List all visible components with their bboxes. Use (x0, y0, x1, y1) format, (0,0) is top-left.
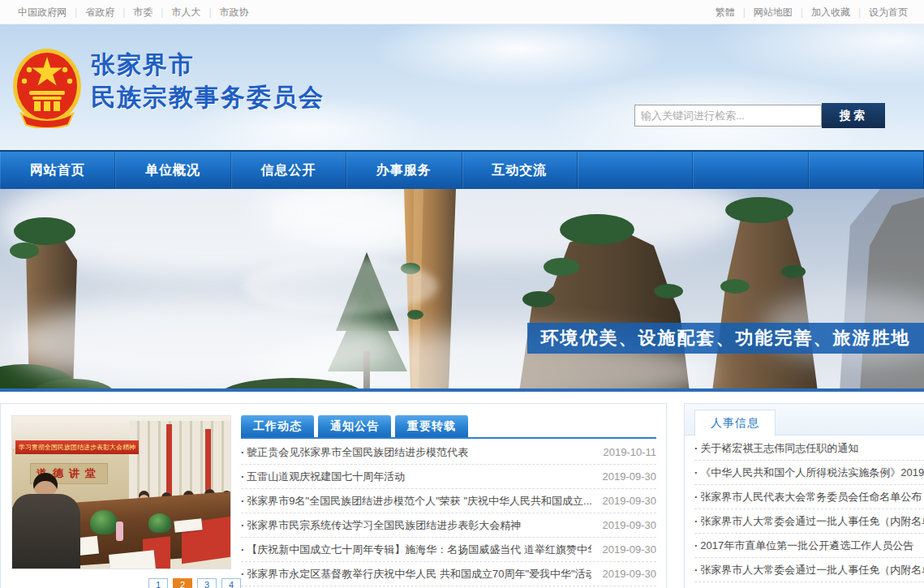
pagination-page-3[interactable]: 3 (197, 578, 217, 588)
personnel-link[interactable]: 张家界市人大常委会通过一批人事任免（内附名单） (694, 509, 924, 534)
site-title[interactable]: 张家界市 民族宗教事务委员会 (91, 49, 324, 114)
page: 中国政府网|省政府|市委|市人大|市政协 繁體|网站地图|加入收藏|设为首页 (0, 0, 924, 588)
photo-pagination: 1 2 3 4 (148, 578, 246, 588)
tab-personnel-info[interactable]: 人事信息 (694, 410, 776, 436)
search-button[interactable]: 搜索 (822, 103, 885, 128)
personnel-header: 人事信息 (685, 404, 924, 436)
nav-item-interaction[interactable]: 互动交流 (462, 152, 578, 189)
nav-cell-empty (693, 152, 808, 189)
news-date: 2019-09-30 (591, 465, 656, 488)
news-row: 张家界市民宗系统传达学习全国民族团结进步表彰大会精神 2019-09-30 (241, 513, 656, 538)
news-date: 2019-10-11 (591, 440, 656, 464)
hero-banner-image: 环境优美、设施配套、功能完善、旅游胜地 (0, 189, 924, 392)
tab-reposts[interactable]: 重要转载 (395, 415, 468, 437)
news-row: 张家界市永定区基督教举行庆祝中华人民 共和国成立70周年"爱我中华"活动 201… (241, 562, 656, 586)
national-emblem-icon[interactable] (10, 45, 85, 128)
personnel-link[interactable]: 张家界市人民代表大会常务委员会任命名单公布 (694, 485, 924, 509)
pagination-page-2[interactable]: 2 (173, 578, 192, 588)
personnel-link[interactable]: 《中华人民共和国个人所得税法实施条例》2019年... (694, 461, 924, 485)
news-date: 2019-09-30 (591, 562, 656, 586)
utility-links: 繁體|网站地图|加入收藏|设为首页 (707, 0, 916, 24)
nav-item-about[interactable]: 单位概况 (115, 152, 230, 189)
news-row: 五雷山道观庆祝建国七十周年活动 2019-09-30 (241, 465, 656, 489)
photo-plant (90, 510, 118, 534)
gov-links: 中国政府网|省政府|市委|市人大|市政协 (10, 0, 257, 24)
photo-foreground-person (11, 473, 80, 569)
news-row: 张家界市9名"全国民族团结进步模范个人"荣获 "庆祝中华人民共和国成立... 2… (241, 489, 656, 513)
news-date: 2019-09-30 (591, 538, 656, 561)
personnel-link[interactable]: 2017年市直单位第一批公开遴选工作人员公告 (694, 534, 924, 558)
main-nav: 网站首页 单位概况 信息公开 办事服务 互动交流 (0, 150, 924, 189)
news-link[interactable]: 虢正贵会见张家界市全国民族团结进步模范代表 (241, 440, 591, 464)
personnel-list: 关于褚宏祺王志伟同志任职的通知 《中华人民共和国个人所得税法实施条例》2019年… (685, 436, 924, 582)
search-input[interactable] (634, 105, 822, 127)
news-link[interactable]: 【庆祝新中国成立七十周年专辑】施海华：名扬国威盛当代 道举红旗赞中华 (241, 538, 591, 561)
personnel-link[interactable]: 关于褚宏祺王志伟同志任职的通知 (694, 436, 924, 461)
news-link[interactable]: 张家界市永定区基督教举行庆祝中华人民 共和国成立70周年"爱我中华"活动 (241, 562, 591, 586)
site-title-line2: 民族宗教事务委员会 (91, 81, 324, 114)
news-photo-carousel[interactable]: 学习贯彻全国民族团结进步表彰大会精神 道德讲堂 (11, 415, 231, 569)
link-sitemap[interactable]: 网站地图 (746, 6, 801, 18)
nav-item-home[interactable]: 网站首页 (0, 152, 115, 189)
news-link[interactable]: 五雷山道观庆祝建国七十周年活动 (241, 465, 591, 488)
news-link[interactable]: 张家界市9名"全国民族团结进步模范个人"荣获 "庆祝中华人民共和国成立... (241, 489, 591, 513)
photo-plant (148, 513, 171, 533)
link-city-cppcc[interactable]: 市政协 (212, 6, 257, 18)
banner-slogan: 环境优美、设施配套、功能完善、旅游胜地 (527, 323, 924, 354)
link-set-homepage[interactable]: 设为首页 (861, 6, 916, 18)
nav-item-info-disclosure[interactable]: 信息公开 (231, 152, 346, 189)
nav-item-services[interactable]: 办事服务 (346, 152, 462, 189)
pagination-page-1[interactable]: 1 (148, 578, 168, 588)
nav-cell-empty (809, 152, 924, 189)
news-list: 虢正贵会见张家界市全国民族团结进步模范代表 2019-10-11 五雷山道观庆祝… (241, 440, 656, 586)
link-province-gov[interactable]: 省政府 (77, 6, 122, 18)
top-utility-bar: 中国政府网|省政府|市委|市人大|市政协 繁體|网站地图|加入收藏|设为首页 (0, 0, 924, 24)
news-panel: 工作动态 通知公告 重要转载 虢正贵会见张家界市全国民族团结进步模范代表 201… (241, 415, 656, 586)
nav-cell-empty (578, 152, 693, 189)
news-date: 2019-09-30 (591, 513, 656, 537)
news-date: 2019-09-30 (591, 489, 656, 513)
pagination-page-4[interactable]: 4 (221, 578, 241, 588)
photo-thermos (116, 521, 123, 541)
photo-meeting-banner: 学习贯彻全国民族团结进步表彰大会精神 (15, 440, 139, 454)
link-city-committee[interactable]: 市委 (125, 6, 161, 18)
news-section: 学习贯彻全国民族团结进步表彰大会精神 道德讲堂 1 (0, 403, 667, 588)
news-row: 虢正贵会见张家界市全国民族团结进步模范代表 2019-10-11 (241, 440, 656, 465)
news-tabs: 工作动态 通知公告 重要转载 (241, 415, 656, 439)
personnel-section: 人事信息 关于褚宏祺王志伟同志任职的通知 《中华人民共和国个人所得税法实施条例》… (684, 403, 924, 588)
news-link[interactable]: 张家界市民宗系统传达学习全国民族团结进步表彰大会精神 (241, 513, 591, 537)
site-title-line1: 张家界市 (91, 49, 324, 81)
tab-work-news[interactable]: 工作动态 (241, 415, 314, 437)
site-header: 张家界市 民族宗教事务委员会 搜索 (0, 24, 924, 150)
link-traditional-chinese[interactable]: 繁體 (707, 6, 743, 18)
link-city-congress[interactable]: 市人大 (163, 6, 208, 18)
tab-notices[interactable]: 通知公告 (318, 415, 391, 437)
link-add-favorite[interactable]: 加入收藏 (803, 6, 858, 18)
personnel-link[interactable]: 张家界市人大常委会通过一批人事任免（内附名单） (694, 558, 924, 582)
news-row: 【庆祝新中国成立七十周年专辑】施海华：名扬国威盛当代 道举红旗赞中华 2019-… (241, 538, 656, 562)
link-china-gov[interactable]: 中国政府网 (10, 6, 75, 18)
